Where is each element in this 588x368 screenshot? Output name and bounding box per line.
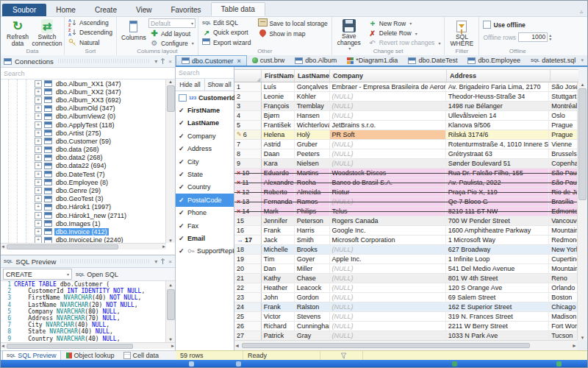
table-row[interactable]: ×10EduardoMartinsWoodstock DiscosRua Dr.… (234, 169, 577, 178)
grid-cell[interactable]: Harris (295, 226, 330, 235)
grid-cell[interactable]: Cunningham (295, 322, 330, 330)
grid-cell[interactable]: Ralston (295, 302, 330, 311)
checkbox-icon[interactable] (179, 94, 187, 102)
grid-cell[interactable]: Qe 7 Bloco G (446, 197, 549, 206)
table-row[interactable]: 21KathyChase(NULL)801 W 4th StreetReno (234, 274, 577, 283)
taskbar-app-icon[interactable] (452, 361, 457, 367)
grid-cell[interactable]: Madison (549, 312, 577, 321)
pin-icon[interactable] (160, 258, 165, 264)
spinner-arrows-icon[interactable]: ▲▼ (548, 34, 552, 41)
checkbox-icon[interactable]: ✓ (179, 183, 185, 191)
checkbox-icon[interactable]: ✓ (179, 247, 185, 255)
tree-expander-icon[interactable]: + (35, 105, 42, 112)
grid-cell[interactable]: Ramos (295, 197, 330, 206)
grid-cell[interactable]: (NULL) (330, 245, 446, 254)
row-number-cell[interactable]: 26 (234, 322, 262, 330)
column-item-customerid[interactable]: 123CustomerId (176, 91, 234, 104)
grid-header-company[interactable]: Company (330, 70, 447, 82)
tree-item-dbo-applytest-118-[interactable]: +dbo.ApplyTest (118) (1, 121, 175, 129)
tree-item-dbo-invoiceline-2240-[interactable]: +dbo.InvoiceLine (2240) (1, 236, 175, 243)
grid-cell[interactable]: Rilská 3174/6 (446, 130, 549, 139)
grid-cell[interactable]: (NULL) (330, 274, 446, 283)
table-row[interactable]: 16FrankHarrisGoogle Inc.1600 Amphitheatr… (234, 226, 577, 236)
grid-cell[interactable]: Vancouver (549, 216, 577, 225)
grid-cell[interactable]: Rio de Jan (549, 188, 577, 197)
doc-tab-dbo-datetest[interactable]: dbo.DateTest (403, 55, 462, 66)
grid-cell[interactable]: Wichterlová (295, 121, 330, 130)
grid-cell[interactable]: Frank (262, 302, 295, 311)
grid-cell[interactable]: (NULL) (330, 302, 446, 311)
column-item-company[interactable]: ✓Company (176, 130, 234, 142)
row-number-cell[interactable]: 16 (234, 226, 262, 235)
new-row-button[interactable]: ＋ New Row (367, 18, 442, 28)
tab-home[interactable]: Home (46, 4, 85, 16)
tree-item-dbo-geotest-3-[interactable]: +dbo.GeoTest (3) (1, 195, 175, 203)
grid-cell[interactable]: Riotur (330, 188, 446, 197)
grid-cell[interactable]: Reno (549, 274, 577, 283)
tree-expander-icon[interactable]: + (35, 220, 42, 227)
doc-tab-dbo-customer[interactable]: dbo.Customer× (176, 55, 247, 66)
checkbox-icon[interactable]: ✓ (179, 145, 185, 152)
grid-cell[interactable]: Theodor-Heuss-Straße 34 (446, 92, 549, 101)
tree-item-dbo-artist-275-[interactable]: +dbo.Artist (275) (1, 129, 175, 137)
row-number-cell[interactable]: 4 (234, 111, 262, 120)
grid-cell[interactable]: Jack (262, 236, 295, 244)
tab-favorites[interactable]: Favorites (161, 4, 210, 16)
grid-cell[interactable]: Martins (295, 169, 330, 177)
grid-cell[interactable]: Mountain (549, 264, 577, 273)
tab-create[interactable]: Create (85, 4, 126, 16)
show-all-button[interactable]: Show all (205, 79, 234, 91)
column-item-phone[interactable]: ✓Phone (176, 207, 234, 219)
grid-cell[interactable]: Sønder Boulevard 51 (446, 159, 549, 168)
column-item-address[interactable]: ✓Address (176, 143, 234, 155)
grid-cell[interactable]: (NULL) (330, 293, 446, 302)
configure-button[interactable]: ⚙ Configure (148, 39, 196, 47)
grid-cell[interactable]: Redmond (549, 236, 577, 244)
row-number-cell[interactable]: 3 (234, 102, 262, 110)
sql-where-button[interactable]: SQL WHERE (447, 18, 476, 47)
grid-cell[interactable]: Boston (549, 293, 577, 302)
refresh-data-button[interactable]: ↻ Refresh data (3, 18, 32, 47)
column-item-postalcode[interactable]: ✓PostalCode (176, 194, 234, 206)
grid-cell[interactable]: Woodstock Discos (330, 169, 446, 177)
layout-select[interactable]: Default▾ (148, 18, 196, 28)
row-number-cell[interactable]: 1 (234, 82, 262, 91)
column-item-fax[interactable]: ✓Fax (176, 219, 234, 232)
tree-expander-icon[interactable]: + (35, 154, 42, 161)
grid-cell[interactable]: Peeters (295, 149, 330, 158)
grid-vscrollbar[interactable]: ▲▼ (577, 82, 587, 340)
grid-cell[interactable]: 1 Infinite Loop (446, 255, 549, 263)
grid-cell[interactable]: Gray (295, 331, 330, 340)
tree-expander-icon[interactable]: + (35, 236, 42, 243)
table-row[interactable]: 1LuísGonçalvesEmbraer - Empresa Brasilei… (234, 82, 577, 92)
hide-all-button[interactable]: Hide all (176, 79, 205, 91)
table-row[interactable]: ✎6HelenaHolýPR SoftRilská 3174/6Prague (234, 130, 577, 140)
column-item-state[interactable]: ✓State (176, 168, 234, 180)
grid-cell[interactable]: Prague (549, 130, 577, 139)
table-row[interactable]: 5FrantišekWichterlováJetBrains s.r.o.Kla… (234, 121, 577, 130)
tree-expander-icon[interactable]: + (35, 130, 42, 137)
checkbox-icon[interactable]: ✓ (179, 171, 185, 178)
table-row[interactable]: 9KaraNielsen(NULL)Sønder Boulevard 51Cop… (234, 159, 577, 169)
grid-cell[interactable]: Banco do Brasil S.A. (330, 178, 446, 187)
grid-header-col5[interactable] (551, 70, 578, 82)
grid-cell[interactable]: Hansen (295, 111, 330, 120)
tab-overflow-icon[interactable]: ▾ (581, 57, 587, 66)
row-number-cell[interactable]: ✎6 (234, 130, 262, 139)
grid-cell[interactable]: Peterson (295, 216, 330, 225)
row-number-cell[interactable]: 19 (234, 255, 262, 263)
sort-natural-button[interactable]: Natural (67, 38, 114, 47)
row-number-cell[interactable]: 5 (234, 121, 262, 130)
grid-cell[interactable]: Apple Inc. (330, 255, 446, 263)
grid-cell[interactable]: Gruber (295, 140, 330, 149)
grid-cell[interactable]: Oslo (549, 111, 577, 120)
tree-expander-icon[interactable]: + (35, 171, 42, 178)
grid-cell[interactable]: Frank (262, 226, 295, 235)
grid-cell[interactable]: Orlando (549, 283, 577, 292)
row-number-cell[interactable]: 22 (234, 283, 262, 292)
row-number-cell[interactable]: 15 (234, 216, 262, 225)
grid-cell[interactable]: Brussels (549, 149, 577, 158)
tree-expander-icon[interactable]: + (35, 80, 42, 88)
grid-header-address[interactable]: Address (447, 70, 551, 82)
tree-expander-icon[interactable]: + (35, 113, 42, 120)
